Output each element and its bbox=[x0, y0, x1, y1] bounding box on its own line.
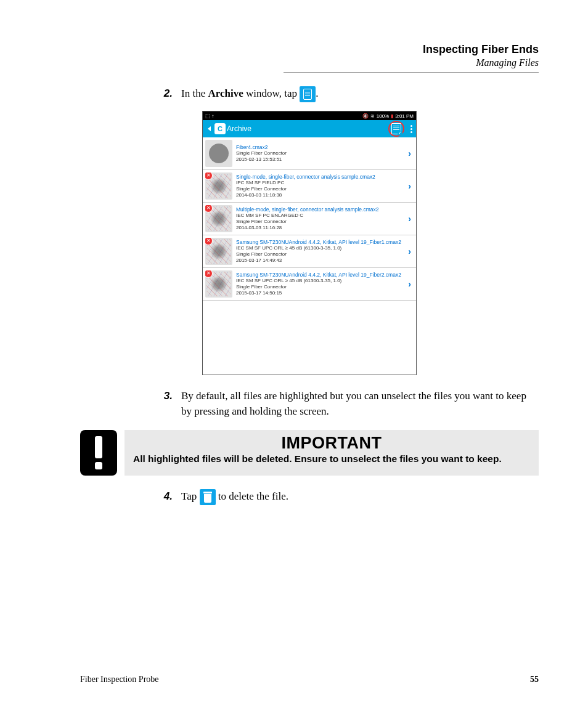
step-3: 3. By default, all files are highlighted… bbox=[148, 389, 539, 419]
battery-pct: 100% bbox=[377, 113, 389, 119]
text: . bbox=[316, 87, 318, 99]
page-header: Inspecting Fiber Ends Managing Files bbox=[80, 43, 539, 73]
step-4: 4. Tap to delete the file. bbox=[148, 489, 539, 505]
fail-badge-icon: ✕ bbox=[205, 270, 213, 278]
step-number: 4. bbox=[148, 489, 181, 505]
file-timestamp: 2015-03-17 14:50:15 bbox=[236, 290, 406, 296]
text: window, tap bbox=[243, 87, 300, 99]
important-note: IMPORTANT All highlighted files will be … bbox=[80, 430, 539, 476]
fail-badge-icon: ✕ bbox=[205, 172, 213, 180]
chevron-right-icon[interactable]: › bbox=[406, 279, 414, 289]
file-timestamp: 2015-02-13 15:53:51 bbox=[236, 156, 406, 163]
file-info: Samsung SM-T230NUAndroid 4.4.2, Kitkat, … bbox=[236, 270, 406, 298]
chapter-title: Inspecting Fiber Ends bbox=[80, 43, 539, 56]
status-left-icons: ⬚ ↑ bbox=[205, 113, 214, 119]
fail-badge-icon: ✕ bbox=[205, 205, 213, 213]
file-meta: Single Fiber Connector bbox=[236, 284, 406, 290]
important-title: IMPORTANT bbox=[133, 434, 530, 453]
chevron-right-icon[interactable]: › bbox=[406, 214, 414, 224]
important-body: All highlighted files will be deleted. E… bbox=[133, 453, 530, 466]
chapter-subtitle: Managing Files bbox=[80, 57, 539, 68]
archive-word: Archive bbox=[208, 87, 243, 99]
clipboard-icon bbox=[300, 86, 316, 102]
step-text: Tap to delete the file. bbox=[181, 489, 539, 505]
file-name: Samsung SM-T230NUAndroid 4.4.2, Kitkat, … bbox=[236, 272, 406, 278]
file-timestamp: 2014-03-03 11:16:28 bbox=[236, 225, 406, 231]
file-meta: Single Fiber Connector bbox=[236, 150, 406, 156]
clipboard-check-icon bbox=[391, 123, 401, 134]
page-number: 55 bbox=[530, 675, 539, 684]
file-thumbnail: ✕ bbox=[205, 238, 232, 265]
file-thumbnail: ✕ bbox=[205, 270, 232, 298]
wifi-icon: ≋ bbox=[370, 113, 375, 119]
footer-product: Fiber Inspection Probe bbox=[80, 675, 159, 684]
page-footer: Fiber Inspection Probe 55 bbox=[80, 675, 539, 684]
android-statusbar: ⬚ ↑ 🔇 ≋ 100% ▮ 3:01 PM bbox=[203, 112, 416, 120]
step-text: In the Archive window, tap . bbox=[181, 86, 539, 102]
mute-icon: 🔇 bbox=[362, 113, 369, 119]
clock: 3:01 PM bbox=[395, 113, 414, 119]
file-name: Single-mode, single-fiber, connector ana… bbox=[236, 174, 406, 180]
file-timestamp: 2015-03-17 14:49:43 bbox=[236, 258, 406, 264]
file-row[interactable]: Fiber4.cmax2Single Fiber Connector2015-0… bbox=[203, 137, 416, 170]
file-meta: IEC SM SF UPC ORL ≥ 45 dB (61300-3-35, 1… bbox=[236, 245, 406, 251]
file-meta: Single Fiber Connector bbox=[236, 219, 406, 225]
file-name: Samsung SM-T230NUAndroid 4.4.2, Kitkat, … bbox=[236, 239, 406, 245]
empty-area bbox=[203, 301, 416, 375]
file-info: Fiber4.cmax2Single Fiber Connector2015-0… bbox=[236, 140, 406, 167]
file-row[interactable]: ✕Samsung SM-T230NUAndroid 4.4.2, Kitkat,… bbox=[203, 235, 416, 268]
back-chevron-icon[interactable] bbox=[208, 126, 211, 131]
exclamation-icon bbox=[80, 430, 117, 476]
file-info: Single-mode, single-fiber, connector ana… bbox=[236, 172, 406, 200]
overflow-menu-icon[interactable] bbox=[410, 125, 412, 133]
app-screenshot: ⬚ ↑ 🔇 ≋ 100% ▮ 3:01 PM C Archive Fiber4 bbox=[202, 111, 417, 375]
text: to delete the file. bbox=[216, 490, 288, 502]
file-thumbnail: ✕ bbox=[205, 205, 232, 232]
file-row[interactable]: ✕Multiple-mode, single-fiber, connector … bbox=[203, 203, 416, 235]
file-name: Fiber4.cmax2 bbox=[236, 144, 406, 150]
app-bar: C Archive bbox=[203, 120, 416, 137]
header-rule bbox=[284, 72, 539, 73]
file-timestamp: 2014-03-03 11:18:38 bbox=[236, 192, 406, 198]
file-info: Multiple-mode, single-fiber, connector a… bbox=[236, 205, 406, 232]
text: Tap bbox=[181, 490, 200, 502]
select-all-button-highlighted[interactable] bbox=[388, 121, 404, 137]
file-meta: IEC MM SF PC ENLARGED C bbox=[236, 213, 406, 219]
file-name: Multiple-mode, single-fiber, connector a… bbox=[236, 206, 406, 213]
file-thumbnail bbox=[205, 140, 232, 167]
file-meta: Single Fiber Connector bbox=[236, 186, 406, 192]
trash-icon bbox=[200, 489, 216, 505]
chevron-right-icon[interactable]: › bbox=[406, 246, 414, 256]
file-thumbnail: ✕ bbox=[205, 172, 232, 200]
file-meta: IPC SM SF FIELD PC bbox=[236, 180, 406, 186]
chevron-right-icon[interactable]: › bbox=[406, 181, 414, 191]
app-title: Archive bbox=[227, 124, 251, 133]
step-2: 2. In the Archive window, tap . bbox=[148, 86, 539, 102]
text: In the bbox=[181, 87, 208, 99]
screenshot-figure: ⬚ ↑ 🔇 ≋ 100% ▮ 3:01 PM C Archive Fiber4 bbox=[80, 111, 539, 375]
step-text: By default, all files are highlighted bu… bbox=[181, 389, 539, 419]
file-row[interactable]: ✕Samsung SM-T230NUAndroid 4.4.2, Kitkat,… bbox=[203, 268, 416, 301]
file-row[interactable]: ✕Single-mode, single-fiber, connector an… bbox=[203, 170, 416, 203]
step-number: 3. bbox=[148, 389, 181, 419]
battery-icon: ▮ bbox=[391, 113, 393, 119]
app-logo-icon[interactable]: C bbox=[214, 123, 226, 134]
file-info: Samsung SM-T230NUAndroid 4.4.2, Kitkat, … bbox=[236, 238, 406, 265]
fail-badge-icon: ✕ bbox=[205, 238, 213, 245]
step-number: 2. bbox=[148, 86, 181, 102]
chevron-right-icon[interactable]: › bbox=[406, 148, 414, 158]
file-meta: Single Fiber Connector bbox=[236, 251, 406, 258]
file-meta: IEC SM SF UPC ORL ≥ 45 dB (61300-3-35, 1… bbox=[236, 278, 406, 284]
